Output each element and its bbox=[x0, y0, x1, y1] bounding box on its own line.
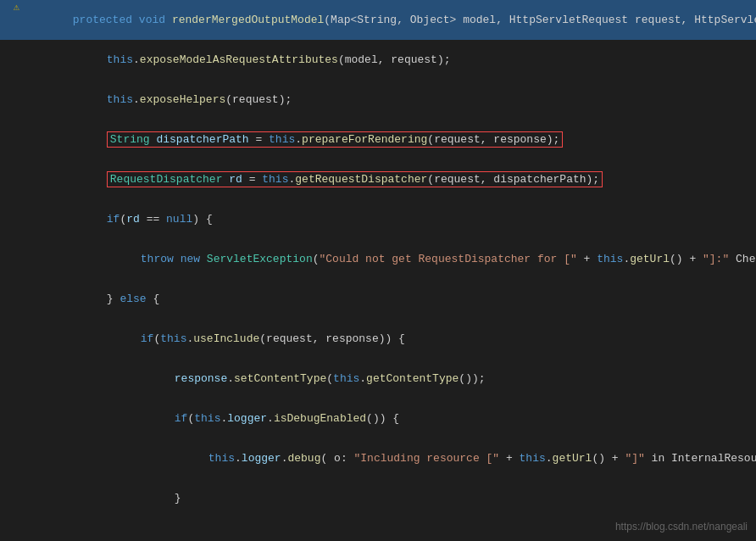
code-line-6: if(rd == null) { bbox=[0, 199, 756, 239]
code-line-3: this.exposeHelpers(request); bbox=[0, 80, 756, 120]
line-content-3: this.exposeHelpers(request); bbox=[30, 81, 756, 119]
code-editor: ⚠ protected void renderMergedOutputModel… bbox=[0, 0, 756, 541]
code-line-13: } bbox=[0, 478, 756, 518]
line-content-10: response.setContentType(this.getContentT… bbox=[30, 360, 756, 398]
line-content-9: if(this.useInclude(request, response)) { bbox=[30, 320, 756, 358]
watermark: https://blog.csdn.net/nangeali bbox=[615, 521, 748, 533]
code-line-2: this.exposeModelAsRequestAttributes(mode… bbox=[0, 40, 756, 80]
code-line-12: this.logger.debug( o: "Including resourc… bbox=[0, 438, 756, 478]
code-line-14: rd.include(request, response); bbox=[0, 537, 756, 541]
code-line-1: ⚠ protected void renderMergedOutputModel… bbox=[0, 0, 756, 40]
code-line-11: if(this.logger.isDebugEnabled()) { bbox=[0, 399, 756, 438]
code-line-9: if(this.useInclude(request, response)) { bbox=[0, 319, 756, 359]
line-content-12: this.logger.debug( o: "Including resourc… bbox=[30, 439, 756, 477]
line-content-14: rd.include(request, response); bbox=[30, 538, 756, 541]
line-content-6: if(rd == null) { bbox=[30, 200, 756, 238]
line-content-7: throw new ServletException("Could not ge… bbox=[30, 240, 756, 278]
line-content-11: if(this.logger.isDebugEnabled()) { bbox=[30, 399, 756, 438]
code-line-7: throw new ServletException("Could not ge… bbox=[0, 239, 756, 279]
line-content-4: String dispatcherPath = this.prepareForR… bbox=[30, 120, 756, 159]
warning-icon: ⚠ bbox=[14, 1, 19, 14]
line-number-1: ⚠ bbox=[0, 1, 30, 14]
line-content-5: RequestDispatcher rd = this.getRequestDi… bbox=[30, 160, 756, 198]
code-line-4: String dispatcherPath = this.prepareForR… bbox=[0, 120, 756, 159]
line-content-8: } else { bbox=[30, 280, 756, 318]
code-line-5: RequestDispatcher rd = this.getRequestDi… bbox=[0, 159, 756, 199]
line-content-13: } bbox=[30, 479, 756, 517]
line-content-1: protected void renderMergedOutputModel(M… bbox=[30, 1, 756, 39]
line-content-2: this.exposeModelAsRequestAttributes(mode… bbox=[30, 41, 756, 79]
code-line-8: } else { bbox=[0, 279, 756, 319]
code-line-10: response.setContentType(this.getContentT… bbox=[0, 359, 756, 399]
